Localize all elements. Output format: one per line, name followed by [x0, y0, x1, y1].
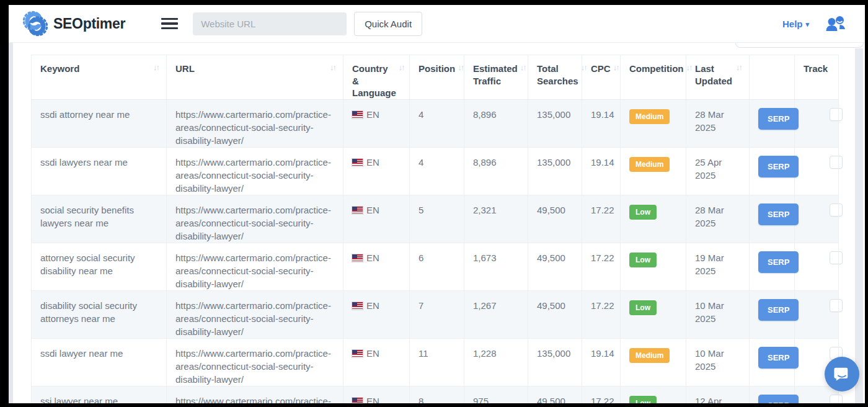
us-flag-icon: [352, 398, 363, 403]
keyword-table-container: Keyword ↓↑ URL ↓↑ Country & Language ↓↑ …: [31, 55, 838, 403]
chevron-down-icon: ▾: [805, 20, 809, 29]
track-cell: [795, 99, 839, 147]
keyword-cell: attorney social security disability near…: [32, 243, 167, 290]
column-header: [750, 55, 795, 100]
serp-button[interactable]: SERP: [758, 204, 799, 225]
track-checkbox[interactable]: [830, 299, 843, 312]
column-header[interactable]: Total Searches ↓↑: [528, 55, 582, 100]
table-row: ssdi lawyers near me https://www.carterm…: [32, 147, 839, 195]
competition-cell: Low: [621, 195, 686, 243]
estimated-traffic-cell: 8,896: [464, 147, 528, 195]
website-url-input[interactable]: [193, 12, 347, 35]
total-searches-cell: 49,500: [528, 386, 582, 403]
table-row: social security benefits lawyers near me…: [32, 195, 839, 243]
sort-icon[interactable]: ↓↑: [686, 63, 693, 73]
serp-cell: SERP: [750, 338, 795, 386]
column-header[interactable]: Estimated Traffic ↓↑: [464, 55, 528, 100]
sort-icon[interactable]: ↓↑: [520, 63, 527, 73]
sort-icon[interactable]: ↓↑: [399, 63, 405, 73]
total-searches-cell: 135,000: [528, 147, 582, 195]
help-dropdown[interactable]: Help ▾: [782, 19, 809, 29]
sort-icon[interactable]: ↓↑: [613, 63, 620, 73]
serp-button[interactable]: SERP: [758, 347, 799, 369]
cpc-cell: 17.22: [582, 290, 621, 338]
competition-badge: Low: [629, 300, 657, 316]
column-header[interactable]: CPC ↓↑: [582, 55, 621, 100]
sort-icon[interactable]: ↓↑: [330, 63, 337, 73]
chat-bubble-icon: [834, 366, 850, 382]
track-checkbox[interactable]: [830, 204, 843, 217]
competition-cell: Low: [621, 290, 686, 338]
country-language-cell: EN: [343, 290, 410, 338]
track-cell: [795, 195, 839, 243]
competition-badge: Medium: [629, 157, 670, 172]
table-header-row: Keyword ↓↑ URL ↓↑ Country & Language ↓↑ …: [32, 55, 839, 100]
track-checkbox[interactable]: [830, 251, 843, 264]
total-searches-cell: 49,500: [528, 290, 582, 338]
table-row: ssdi lawyer near me https://www.carterma…: [32, 338, 839, 386]
position-cell: 8: [410, 386, 464, 403]
quick-audit-button[interactable]: Quick Audit: [354, 12, 422, 36]
serp-button[interactable]: SERP: [758, 251, 799, 273]
keyword-cell: social security benefits lawyers near me: [32, 195, 167, 243]
scrollbar-track[interactable]: [855, 48, 863, 403]
competition-badge: Low: [629, 396, 657, 404]
keyword-table: Keyword ↓↑ URL ↓↑ Country & Language ↓↑ …: [31, 55, 839, 403]
column-header[interactable]: Competition ↓↑: [621, 55, 686, 100]
serp-button[interactable]: SERP: [758, 108, 799, 130]
column-header[interactable]: Last Updated ↓↑: [686, 55, 750, 100]
url-cell: https://www.cartermario.com/practice-are…: [167, 243, 343, 290]
column-header[interactable]: Country & Language ↓↑: [343, 55, 410, 100]
track-cell: [795, 243, 839, 290]
url-cell: https://www.cartermario.com/practice-are…: [167, 338, 343, 386]
url-cell: https://www.cartermario.com/practice-are…: [167, 290, 343, 338]
track-checkbox[interactable]: [830, 108, 843, 121]
competition-cell: Low: [621, 386, 686, 403]
track-checkbox[interactable]: [830, 395, 843, 404]
serp-button[interactable]: SERP: [758, 299, 799, 321]
support-users-icon[interactable]: [825, 15, 846, 32]
keyword-cell: ssdi attorney near me: [32, 99, 167, 147]
last-updated-cell: 28 Mar 2025: [686, 99, 750, 147]
cpc-cell: 17.22: [582, 195, 621, 243]
chat-messenger-button[interactable]: [825, 357, 859, 391]
serp-button[interactable]: SERP: [758, 156, 799, 177]
total-searches-cell: 49,500: [528, 243, 582, 290]
competition-badge: Low: [629, 253, 657, 268]
total-searches-cell: 135,000: [528, 338, 582, 386]
hamburger-menu-icon[interactable]: [161, 18, 178, 29]
competition-cell: Medium: [621, 99, 686, 147]
sort-icon[interactable]: ↓↑: [736, 63, 743, 73]
sort-icon[interactable]: ↓↑: [581, 63, 588, 73]
serp-button[interactable]: SERP: [758, 395, 799, 404]
url-cell: https://www.cartermario.com/practice-are…: [167, 99, 343, 147]
track-checkbox[interactable]: [830, 156, 843, 169]
country-language-cell: EN: [343, 338, 410, 386]
url-cell: https://www.cartermario.com/practice-are…: [167, 147, 343, 195]
url-cell: https://www.cartermario.com/practice-are…: [167, 386, 343, 403]
last-updated-cell: 12 Apr 2025: [686, 386, 750, 403]
table-row: ssi lawyer near me https://www.cartermar…: [32, 386, 839, 403]
cpc-cell: 17.22: [582, 386, 621, 403]
cpc-cell: 19.14: [582, 147, 621, 195]
sort-icon[interactable]: ↓↑: [153, 63, 160, 73]
total-searches-cell: 49,500: [528, 195, 582, 243]
cpc-cell: 19.14: [582, 99, 621, 147]
seoptimer-logo[interactable]: SEOptimer: [22, 11, 125, 37]
serp-cell: SERP: [750, 147, 795, 195]
url-cell: https://www.cartermario.com/practice-are…: [167, 195, 343, 243]
position-cell: 11: [410, 338, 464, 386]
competition-badge: Low: [629, 205, 657, 220]
serp-cell: SERP: [750, 99, 795, 147]
estimated-traffic-cell: 975: [464, 386, 528, 403]
competition-badge: Medium: [629, 348, 670, 364]
column-header[interactable]: URL ↓↑: [167, 55, 343, 100]
column-header[interactable]: Position ↓↑: [410, 55, 464, 100]
column-header[interactable]: Keyword ↓↑: [32, 55, 167, 100]
keyword-cell: ssdi lawyer near me: [32, 338, 167, 386]
sort-icon[interactable]: ↓↑: [458, 63, 464, 73]
estimated-traffic-cell: 1,228: [464, 338, 528, 386]
cpc-cell: 19.14: [582, 338, 621, 386]
last-updated-cell: 10 Mar 2025: [686, 338, 750, 386]
last-updated-cell: 28 Mar 2025: [686, 195, 750, 243]
